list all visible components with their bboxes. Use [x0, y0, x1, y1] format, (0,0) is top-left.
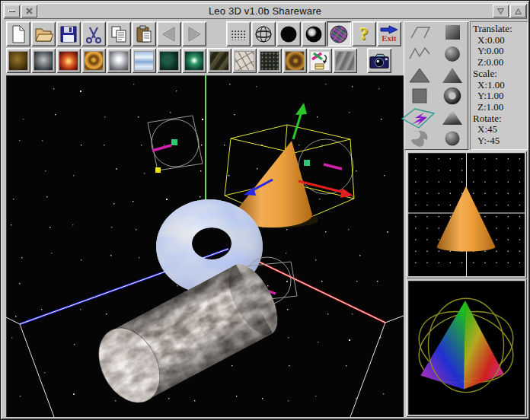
solid-render-button[interactable] — [276, 21, 301, 46]
cut-button[interactable] — [81, 21, 106, 46]
apply-texture-button[interactable] — [308, 48, 332, 73]
titlebar: Leo 3D v1.0b Shareware — [3, 3, 527, 19]
green-handle — [171, 139, 177, 145]
dot-grid-icon — [228, 24, 248, 44]
cube-icon — [440, 24, 465, 42]
help-icon: ? — [359, 25, 369, 43]
forward-arrow-icon — [184, 24, 204, 44]
forward-button[interactable] — [182, 21, 206, 46]
open-button[interactable] — [31, 21, 56, 46]
floppy-disk-icon — [59, 24, 78, 44]
new-button[interactable] — [6, 21, 30, 46]
front-view-panel[interactable] — [406, 151, 527, 278]
close-icon — [25, 7, 34, 15]
translate-y-value: Y:0.00 — [473, 46, 528, 57]
help-button[interactable]: ? — [352, 21, 376, 46]
solid-sphere-icon — [279, 24, 299, 44]
texture-gold-button[interactable] — [81, 48, 106, 73]
emerald-texture-icon — [184, 51, 204, 71]
lava-texture-icon — [59, 51, 78, 71]
scale-x-value: X:1.00 — [473, 80, 528, 91]
ellipsoid-tool-button[interactable] — [438, 129, 467, 148]
back-button[interactable] — [157, 21, 181, 46]
camera-button[interactable] — [367, 48, 391, 73]
texture-emerald-button[interactable] — [182, 48, 206, 73]
sky-clouds-texture-icon — [134, 51, 154, 71]
open-polygon-tool-button[interactable] — [405, 24, 434, 43]
translate-label: Translate: — [473, 24, 528, 35]
torus-tool-button[interactable] — [438, 87, 467, 106]
sphere-tool-button[interactable] — [438, 44, 467, 63]
texture-white-stone-button[interactable] — [232, 48, 257, 73]
texture-silver-button[interactable] — [107, 48, 131, 73]
texture-bronze-button[interactable] — [6, 48, 30, 73]
main-toolbar: ? Exit — [6, 21, 402, 46]
gold-rings-texture-icon — [84, 51, 104, 71]
selected-cone-object[interactable] — [225, 103, 354, 228]
dark-speckle-texture-icon — [260, 51, 279, 71]
camera-icon — [369, 51, 389, 71]
texture-dark-speckle-button[interactable] — [257, 48, 282, 73]
green-marble-texture-icon — [159, 51, 179, 71]
cone-tool-button[interactable] — [438, 65, 467, 84]
color-sphere-panel[interactable] — [406, 278, 527, 417]
open-folder-icon — [34, 24, 53, 44]
ellipsoid-icon — [440, 129, 465, 148]
magenta-handle — [152, 145, 171, 151]
square-icon — [407, 87, 432, 105]
save-button[interactable] — [56, 21, 81, 46]
olive-marble-texture-icon — [209, 51, 229, 71]
status-panel: Translate: X:0.00 Y:0.00 Z:0.00 Scale: X… — [470, 21, 528, 150]
white-stone-texture-icon — [235, 51, 254, 71]
back-arrow-icon — [159, 24, 179, 44]
paste-button[interactable] — [132, 21, 156, 46]
maximize-button[interactable] — [510, 5, 526, 18]
app-window: Leo 3D v1.0b Shareware — [0, 0, 530, 420]
texture-wood-rings-button[interactable] — [283, 48, 307, 73]
textured-sphere-icon — [329, 24, 349, 44]
lit-cone-tool-button[interactable] — [438, 108, 467, 127]
floor-corner-right — [350, 316, 404, 417]
sphere-icon — [440, 45, 465, 63]
triangle-icon — [407, 66, 432, 84]
steel-texture-icon — [34, 51, 53, 71]
rectangle-tool-button[interactable] — [405, 87, 434, 106]
polyline-tool-button[interactable] — [405, 44, 434, 63]
green-handle — [304, 160, 310, 166]
sphere-manipulator[interactable] — [148, 116, 203, 173]
close-button[interactable] — [21, 5, 37, 18]
texture-lava-button[interactable] — [56, 48, 81, 73]
cone-icon — [440, 66, 465, 84]
extrude-selected-icon — [401, 107, 436, 129]
y-arrow — [293, 112, 302, 139]
tool-palette — [404, 21, 468, 150]
copy-button[interactable] — [107, 21, 131, 46]
minimize-button[interactable] — [493, 5, 509, 18]
translate-x-value: X:0.00 — [473, 35, 528, 46]
textured-render-button[interactable] — [327, 21, 351, 46]
exit-button[interactable]: Exit — [377, 21, 401, 46]
texture-toolbar — [6, 48, 392, 73]
torus-icon — [440, 87, 465, 105]
wireframe-button[interactable] — [251, 21, 276, 46]
rotate-label: Rotate: — [473, 113, 528, 125]
shaded-render-button[interactable] — [302, 21, 326, 46]
system-menu-button[interactable] — [4, 5, 20, 18]
texture-green-marble-button[interactable] — [157, 48, 181, 73]
texture-steel-button[interactable] — [31, 48, 56, 73]
extrude-tool-button-selected[interactable] — [405, 108, 434, 127]
texture-gray-stone-button[interactable] — [333, 48, 357, 73]
texture-olive-marble-button[interactable] — [207, 48, 231, 73]
texture-sky-button[interactable] — [132, 48, 156, 73]
sweep-ribbon-icon — [407, 129, 432, 148]
sweep-tool-button[interactable] — [405, 129, 434, 148]
translate-z-value: Z:0.00 — [473, 57, 528, 68]
cone-preview[interactable] — [437, 186, 496, 252]
open-polygon-icon — [407, 24, 432, 42]
main-viewport[interactable] — [6, 75, 404, 417]
polygon-tool-button[interactable] — [405, 65, 434, 84]
globe-wireframe-icon — [254, 24, 273, 44]
cube-tool-button[interactable] — [438, 24, 467, 43]
window-title: Leo 3D v1.0b Shareware — [38, 5, 492, 17]
grid-button[interactable] — [226, 21, 251, 46]
